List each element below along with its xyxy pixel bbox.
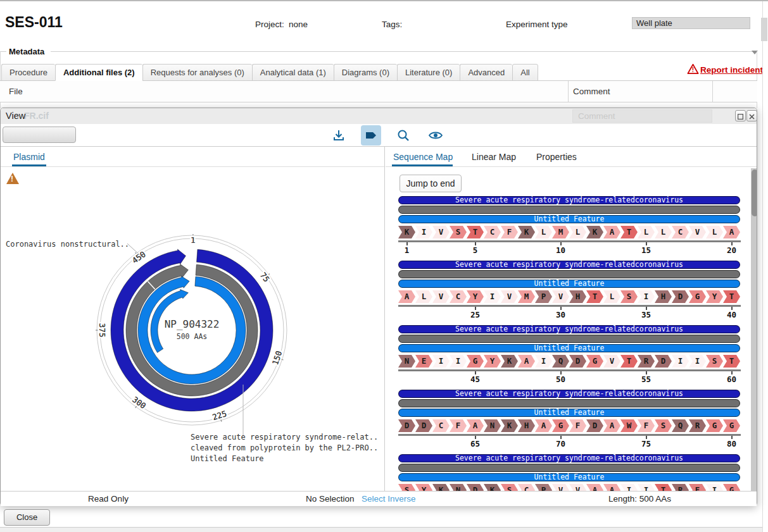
- residue-25[interactable]: Y: [467, 290, 484, 303]
- residue-21[interactable]: A: [398, 290, 415, 303]
- residue-40[interactable]: T: [723, 290, 740, 303]
- residue-7[interactable]: F: [501, 226, 518, 238]
- residue-88[interactable]: C: [518, 484, 535, 491]
- residue-38[interactable]: G: [689, 290, 706, 303]
- residue-2[interactable]: I: [415, 226, 432, 238]
- residue-67[interactable]: K: [501, 419, 518, 432]
- residue-96[interactable]: T: [655, 484, 672, 491]
- residue-32[interactable]: T: [586, 290, 603, 303]
- residue-61[interactable]: D: [398, 419, 415, 432]
- jump-to-end-button[interactable]: Jump to end: [400, 175, 462, 192]
- residue-42[interactable]: E: [415, 355, 432, 368]
- residue-35[interactable]: I: [638, 290, 655, 303]
- tab-analytical-data-1-[interactable]: Analytical data (1): [252, 64, 334, 81]
- residue-73[interactable]: A: [603, 419, 620, 432]
- residue-44[interactable]: I: [450, 355, 467, 368]
- residue-87[interactable]: S: [501, 484, 518, 491]
- residue-13[interactable]: A: [603, 226, 620, 238]
- eye-icon[interactable]: [425, 125, 446, 145]
- residue-55[interactable]: R: [638, 355, 655, 368]
- feature-bar-gray[interactable]: [398, 335, 740, 343]
- feature-bar-coronavirus[interactable]: Severe acute respiratory syndrome-relate…: [398, 261, 740, 269]
- feature-bar-gray[interactable]: [398, 270, 740, 278]
- dialog-titlebar[interactable]: View FR.cif Comment: [1, 108, 757, 124]
- feature-bar-untitled[interactable]: Untitled Feature: [398, 280, 740, 288]
- residue-90[interactable]: V: [552, 484, 569, 491]
- sequence-scrollbar-thumb[interactable]: [752, 170, 757, 216]
- page-scrollbar-thumb[interactable]: [761, 18, 767, 41]
- tab-diagrams-0-[interactable]: Diagrams (0): [334, 64, 397, 81]
- tab-all[interactable]: All: [512, 64, 538, 81]
- residue-70[interactable]: G: [552, 419, 569, 432]
- residue-68[interactable]: H: [518, 419, 535, 432]
- residue-22[interactable]: L: [415, 290, 432, 303]
- residue-16[interactable]: L: [655, 226, 672, 238]
- residue-97[interactable]: R: [672, 484, 689, 491]
- residue-19[interactable]: L: [706, 226, 723, 238]
- residue-99[interactable]: I: [706, 484, 723, 491]
- residue-6[interactable]: C: [484, 226, 501, 238]
- residue-47[interactable]: K: [501, 355, 518, 368]
- residue-51[interactable]: D: [569, 355, 586, 368]
- residue-27[interactable]: V: [501, 290, 518, 303]
- residue-63[interactable]: C: [432, 419, 450, 432]
- residue-18[interactable]: V: [689, 226, 706, 238]
- file-column-header[interactable]: File: [9, 87, 23, 96]
- close-button[interactable]: Close: [4, 509, 50, 526]
- feature-bar-coronavirus[interactable]: Severe acute respiratory syndrome-relate…: [398, 390, 740, 398]
- close-dialog-button[interactable]: [746, 110, 757, 121]
- residue-46[interactable]: Y: [484, 355, 501, 368]
- tab-linear-map[interactable]: Linear Map: [472, 152, 516, 162]
- maximize-button[interactable]: [735, 110, 746, 121]
- residue-92[interactable]: A: [586, 484, 603, 491]
- residue-28[interactable]: M: [518, 290, 535, 303]
- residue-17[interactable]: C: [672, 226, 689, 238]
- residue-45[interactable]: G: [467, 355, 484, 368]
- feature-bar-coronavirus[interactable]: Severe acute respiratory syndrome-relate…: [398, 325, 740, 333]
- feature-bar-untitled[interactable]: Untitled Feature: [398, 409, 740, 417]
- residue-37[interactable]: D: [672, 290, 689, 303]
- residue-5[interactable]: T: [467, 226, 484, 238]
- residue-79[interactable]: G: [706, 419, 723, 432]
- residue-93[interactable]: A: [603, 484, 620, 491]
- residue-33[interactable]: L: [603, 290, 620, 303]
- residue-12[interactable]: K: [586, 226, 603, 238]
- select-inverse-link[interactable]: Select Inverse: [362, 494, 416, 504]
- empty-toolbar-button[interactable]: [3, 127, 76, 143]
- residue-53[interactable]: V: [603, 355, 620, 368]
- residue-91[interactable]: V: [569, 484, 586, 491]
- residue-54[interactable]: T: [620, 355, 638, 368]
- residue-50[interactable]: Q: [552, 355, 569, 368]
- residue-43[interactable]: I: [432, 355, 450, 368]
- residue-9[interactable]: L: [535, 226, 552, 238]
- residue-41[interactable]: N: [398, 355, 415, 368]
- residue-72[interactable]: D: [586, 419, 603, 432]
- residue-4[interactable]: S: [450, 226, 467, 238]
- residue-48[interactable]: A: [518, 355, 535, 368]
- residue-81[interactable]: S: [398, 484, 415, 491]
- residue-30[interactable]: V: [552, 290, 569, 303]
- residue-29[interactable]: P: [535, 290, 552, 303]
- residue-58[interactable]: I: [689, 355, 706, 368]
- residue-1[interactable]: K: [398, 226, 415, 238]
- residue-14[interactable]: T: [620, 226, 638, 238]
- tab-plasmid[interactable]: Plasmid: [13, 152, 45, 162]
- tag-tool-button[interactable]: [361, 125, 381, 145]
- residue-86[interactable]: K: [484, 484, 501, 491]
- tab-sequence-map[interactable]: Sequence Map: [393, 152, 453, 162]
- residue-23[interactable]: V: [432, 290, 450, 303]
- feature-bar-gray[interactable]: [398, 464, 740, 472]
- residue-52[interactable]: G: [586, 355, 603, 368]
- experiment-type-input[interactable]: Well plate: [632, 17, 750, 29]
- residue-80[interactable]: G: [723, 419, 740, 432]
- residue-66[interactable]: N: [484, 419, 501, 432]
- residue-71[interactable]: F: [569, 419, 586, 432]
- report-incident-link[interactable]: Report incident: [700, 65, 763, 75]
- residue-62[interactable]: D: [415, 419, 432, 432]
- residue-74[interactable]: W: [620, 419, 638, 432]
- residue-60[interactable]: T: [723, 355, 740, 368]
- feature-bar-untitled[interactable]: Untitled Feature: [398, 215, 740, 223]
- feature-bar-gray[interactable]: [398, 399, 740, 407]
- sequence-scrollbar-track[interactable]: [751, 168, 757, 491]
- residue-49[interactable]: I: [535, 355, 552, 368]
